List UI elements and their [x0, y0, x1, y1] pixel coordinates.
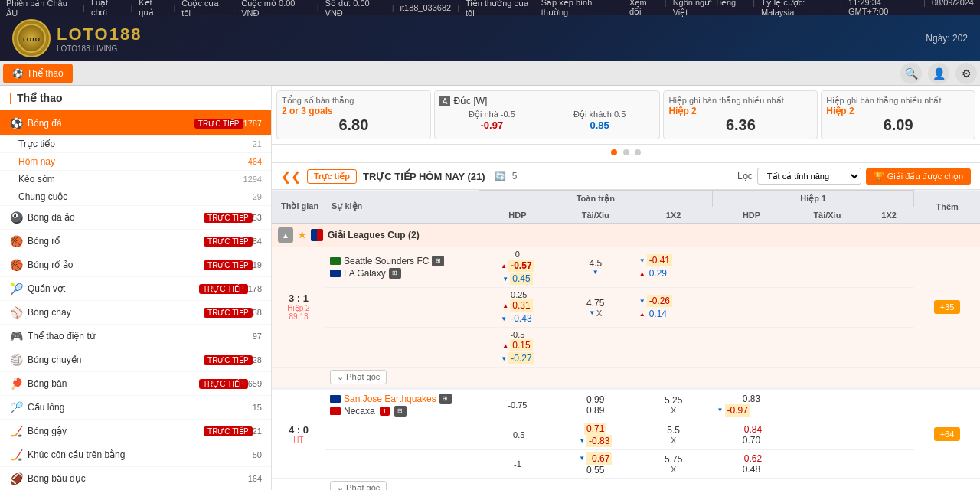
- sidebar-item-bongro[interactable]: 🏀 Bóng rổ TRỰC TIẾP 84: [0, 230, 271, 253]
- sidebar-item-bongroao[interactable]: 🏀 Bóng rổ ảo TRỰC TIẾP 19: [0, 253, 271, 277]
- sidebar-item-bongchay[interactable]: ⚾ Bóng chày TRỰC TIẾP 38: [0, 301, 271, 325]
- match-table: Thời gian Sự kiện Toàn trận Hiệp 1 Thêm …: [272, 190, 980, 490]
- th-1x2-2: 1X2: [864, 207, 914, 224]
- sanjose-h1-hdp: [790, 390, 864, 420]
- user-button[interactable]: 👤: [928, 63, 949, 84]
- seattle-hdp-odds: ▲ -0.57 ▼ 0.45: [483, 260, 552, 285]
- sanjose-more-button[interactable]: +64: [934, 427, 961, 441]
- seattle-row3-val2[interactable]: -0.27: [508, 352, 534, 364]
- sanjose-row2-h1hdp: [790, 420, 864, 449]
- main-layout: Thể thao ⚽ Bóng đá TRỰC TIẾP 1787 Trực t…: [0, 86, 980, 490]
- seattle-more-cell: +35: [914, 247, 980, 368]
- sidebar-item-bongda[interactable]: ⚽ Bóng đá TRỰC TIẾP 1787: [0, 112, 271, 136]
- settings-button[interactable]: ⚙: [956, 63, 977, 84]
- refresh-button[interactable]: 🔄: [495, 171, 506, 181]
- sidebar-subitem-tructiep[interactable]: Trực tiếp 21: [0, 136, 271, 153]
- homnay-count: 464: [248, 157, 262, 166]
- sanjose-row3-val1[interactable]: -0.67: [586, 452, 612, 465]
- logo-name: LOTO188: [57, 24, 142, 44]
- nav-xemdoi[interactable]: Xem đổi: [629, 0, 658, 18]
- subnav-thethao[interactable]: ⚽ Thể thao: [3, 64, 73, 83]
- sanjose-icon[interactable]: ⊞: [439, 394, 452, 404]
- seattle-icon[interactable]: ⊞: [432, 256, 444, 266]
- seattle-row2-taixiu-x: ▼ X: [561, 309, 630, 318]
- sidebar-subitem-chungcuoc[interactable]: Chung cuộc 29: [0, 188, 271, 206]
- dot-2[interactable]: [635, 149, 641, 155]
- bongro-icon: 🏀: [9, 234, 23, 248]
- header-date: Ngày: 202: [926, 33, 968, 44]
- sidebar-item-quanvot[interactable]: 🎾 Quần vợt TRỰC TIẾP 178: [0, 277, 271, 301]
- seattle-more-button[interactable]: +35: [934, 300, 961, 314]
- lagalaxy-icon[interactable]: ⊞: [389, 268, 401, 279]
- arrow-down-2: ▼: [639, 257, 645, 264]
- quanvot-count: 178: [248, 284, 262, 293]
- nav-sodu[interactable]: Số dư: 0.00 VNĐ: [325, 0, 386, 18]
- sanjose-odds2[interactable]: 0.89: [586, 405, 604, 416]
- nav-luatchoi[interactable]: Luật chơi: [91, 0, 125, 18]
- seattle-row3-spacer: [325, 328, 479, 368]
- sidebar-subitem-keosom[interactable]: Kèo sớm 1294: [0, 171, 271, 188]
- sidebar-item-khucconcau[interactable]: 🏒 Khúc côn cầu trên bằng 50: [0, 443, 271, 467]
- arrow-down-1: ▼: [502, 276, 508, 283]
- match-row-seattle-3: -0.5 ▲ 0.15 ▼ -0.27: [272, 328, 980, 368]
- sidebar-item-bonggay[interactable]: 🏒 Bóng gậy TRỰC TIẾP 21: [0, 420, 271, 443]
- top-navigation: Phiên bản Châu ÂU | Luật chơi | Kết quả …: [0, 0, 980, 15]
- bongchay-count: 38: [253, 308, 262, 317]
- sidebar-item-esports[interactable]: 🎮 Thể thao điện tử 97: [0, 325, 271, 348]
- nav-tyle[interactable]: Tỷ lệ cược: Malaysia: [761, 0, 834, 18]
- sanjose-row3-hdp-main: -1: [483, 459, 552, 469]
- penalty-button-seattle[interactable]: ⌄ Phạt góc: [330, 370, 387, 384]
- nav-ngonngu[interactable]: Ngôn ngữ: Tiếng Việt: [673, 0, 746, 18]
- sanjose-row2-taixiu: 0.71 ▼ -0.83: [557, 420, 635, 449]
- nav-phienban[interactable]: Phiên bản Châu ÂU: [6, 0, 77, 18]
- filter-select[interactable]: Tất cả tính năng: [757, 168, 861, 185]
- star-cups[interactable]: ★: [298, 230, 306, 240]
- sanjose-row3-spacer: [325, 449, 479, 478]
- odds-card4-half: Hiệp 2: [826, 106, 970, 116]
- seattle-row2-odds2[interactable]: 0.14: [647, 308, 669, 320]
- seattle-row2-val1[interactable]: 0.31: [510, 299, 532, 312]
- dot-1[interactable]: [623, 149, 629, 155]
- collapse-all-button[interactable]: ❮❮: [281, 169, 301, 184]
- collapse-cups-button[interactable]: ▲: [278, 227, 293, 243]
- sidebar-item-caulong[interactable]: 🏸 Cầu lông 15: [0, 396, 271, 420]
- sidebar-item-bongdaao[interactable]: 🎱 Bóng đá ảo TRỰC TIẾP 53: [0, 206, 271, 230]
- bonggay-count: 21: [253, 426, 262, 436]
- arrow-up-1: ▲: [501, 263, 507, 270]
- logo[interactable]: LOTO LOTO188 LOTO188.LIVING: [12, 19, 142, 57]
- nav-ketqua[interactable]: Kết quả: [139, 0, 167, 18]
- sidebar-item-bongban[interactable]: 🏓 Bóng bàn TRỰC TIẾP 659: [0, 372, 271, 396]
- seattle-row2-odds1[interactable]: -0.26: [647, 295, 672, 307]
- seattle-hdp-val2[interactable]: 0.45: [510, 273, 532, 285]
- nav-thuong[interactable]: Tiền thưởng của tôi: [466, 0, 535, 18]
- filter-dropdown-wrapper: Tất cả tính năng: [757, 168, 861, 185]
- nav-time: 11:29:34 GMT+7:00: [848, 0, 917, 18]
- seattle-1x2-val2[interactable]: 0.29: [647, 267, 669, 279]
- dot-active[interactable]: [611, 149, 617, 155]
- seattle-1x2-val1[interactable]: -0.41: [647, 254, 672, 266]
- tournament-filter-button[interactable]: 🏆 Giải đấu được chọn: [866, 168, 971, 185]
- penalty-button-sanjose[interactable]: ⌄ Phạt góc: [330, 481, 387, 491]
- seattle-hdp-val1[interactable]: -0.57: [508, 260, 534, 272]
- search-button[interactable]: 🔍: [900, 63, 922, 84]
- sidebar-item-bongchuyen[interactable]: 🏐 Bóng chuyền TRỰC TIẾP 28: [0, 348, 271, 372]
- seattle-row2-val2[interactable]: -0.43: [508, 312, 534, 325]
- logo-url: LOTO188.LIVING: [57, 44, 142, 53]
- seattle-taixiu-val: 4.5: [561, 258, 630, 269]
- sanjose-odds1[interactable]: 0.99: [586, 394, 604, 405]
- sanjose-row2-val1[interactable]: 0.71: [584, 423, 606, 435]
- sanjose-right2[interactable]: -0.97: [725, 404, 750, 416]
- sanjose-time-cell: 4 : 0 HT: [272, 390, 325, 479]
- sanjose-row2-val2[interactable]: -0.83: [586, 435, 612, 447]
- odds-card2-hdp2: Đội khách 0.5 0.85: [573, 109, 626, 131]
- necaxa-icon[interactable]: ⊞: [394, 406, 407, 416]
- th-event: Sự kiện: [325, 191, 479, 224]
- nav-cuoicuatoi[interactable]: Cuộc của tôi: [181, 0, 227, 18]
- caulong-count: 15: [253, 403, 262, 412]
- sidebar-subitem-homnay[interactable]: Hôm nay 464: [0, 153, 271, 171]
- team-sanjose: San Jose Earthquakes ⊞: [330, 393, 474, 405]
- sidebar-item-bongbauduc[interactable]: 🏈 Bóng bầu dục 164: [0, 467, 271, 490]
- nav-sapxep[interactable]: Sắp xếp bình thường: [541, 0, 615, 18]
- nav-cuocmo[interactable]: Cuộc mở 0.00 VNĐ: [241, 0, 311, 18]
- seattle-row3-val1[interactable]: 0.15: [510, 339, 532, 351]
